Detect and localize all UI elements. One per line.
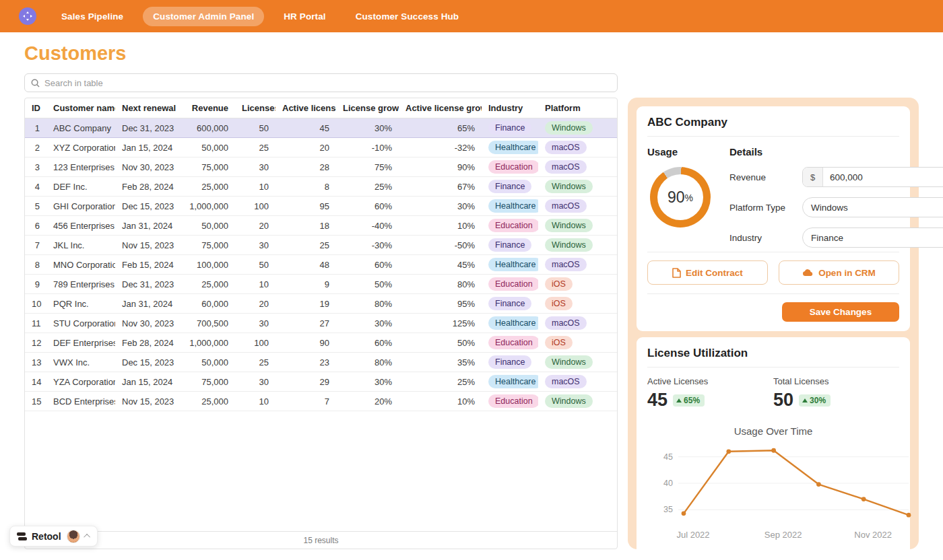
cell-renewal: Jan 15, 2024: [115, 138, 177, 158]
stat-delta-badge: 65%: [673, 394, 705, 407]
cell-platform: macOS: [538, 197, 617, 216]
platform-tag: iOS: [545, 277, 573, 291]
platform-select[interactable]: Windows ▼: [802, 197, 943, 217]
cell-license_growth: 75%: [336, 158, 399, 177]
cell-platform: Windows: [538, 353, 617, 372]
cell-name: PQR Inc.: [46, 294, 115, 314]
nav-tab-customer-success-hub[interactable]: Customer Success Hub: [346, 7, 469, 26]
cell-licenses: 30: [235, 372, 275, 392]
user-avatar[interactable]: [67, 530, 80, 543]
revenue-value-input[interactable]: [823, 168, 943, 186]
table-row[interactable]: 6456 EnterprisesJan 31, 202450,0002018-4…: [25, 216, 617, 236]
table-row[interactable]: 12DEF EnterprisesFeb 28, 20241,000,00010…: [25, 333, 617, 353]
cell-active_license_growth: 80%: [399, 275, 482, 294]
cell-name: ABC Company: [46, 118, 115, 138]
table-row[interactable]: 13VWX Inc.Dec 15, 202350,000252380%35%Fi…: [25, 353, 617, 372]
column-header-name[interactable]: Customer name: [46, 98, 115, 118]
column-header-renewal[interactable]: Next renewal: [115, 98, 177, 118]
cell-name: 123 Enterprises: [46, 158, 115, 177]
triangle-up-icon: [802, 398, 808, 403]
table-row[interactable]: 1ABC CompanyDec 31, 2023600,000504530%65…: [25, 118, 617, 138]
open-in-crm-button[interactable]: Open in CRM: [779, 260, 899, 285]
table-row[interactable]: 14YZA CorporationJan 15, 202475,00030293…: [25, 372, 617, 392]
column-header-revenue[interactable]: Revenue: [177, 98, 235, 118]
cell-platform: Windows: [538, 392, 617, 411]
cell-id: 10: [25, 294, 46, 314]
nav-tab-sales-pipeline[interactable]: Sales Pipeline: [51, 7, 133, 26]
cell-renewal: Dec 15, 2023: [115, 353, 177, 372]
cell-active_license_growth: 25%: [399, 372, 482, 392]
search-input[interactable]: [44, 78, 611, 88]
cell-active_license_growth: -50%: [399, 236, 482, 255]
company-name-heading: ABC Company: [647, 116, 899, 137]
cell-name: 456 Enterprises: [46, 216, 115, 236]
cell-licenses: 50: [235, 255, 275, 275]
column-header-active_licenses[interactable]: Active licenses: [275, 98, 336, 118]
cell-renewal: Jan 31, 2024: [115, 216, 177, 236]
industry-tag: Education: [488, 394, 538, 408]
column-header-licenses[interactable]: Licenses: [235, 98, 275, 118]
industry-select[interactable]: Finance ▼: [802, 228, 943, 248]
cell-industry: Healthcare: [482, 372, 538, 392]
top-navigation: Sales PipelineCustomer Admin PanelHR Por…: [0, 0, 943, 32]
table-header-row: IDCustomer nameNext renewalRevenueLicens…: [25, 98, 617, 118]
cell-active_licenses: 48: [275, 255, 336, 275]
chevron-up-icon[interactable]: [84, 534, 90, 540]
column-header-active_license_growth[interactable]: Active license growth: [399, 98, 482, 118]
cell-revenue: 25,000: [177, 275, 235, 294]
cell-revenue: 600,000: [177, 118, 235, 138]
platform-tag: iOS: [545, 336, 573, 349]
svg-text:Nov 2022: Nov 2022: [854, 530, 892, 540]
revenue-input[interactable]: $ ▲ ▼: [802, 167, 943, 187]
table-row[interactable]: 8MNO CorporationFeb 15, 2024100,00050486…: [25, 255, 617, 275]
table-row[interactable]: 4DEF Inc.Feb 28, 202425,00010825%67%Fina…: [25, 177, 617, 197]
column-header-platform[interactable]: Platform: [538, 98, 617, 118]
cell-license_growth: 80%: [336, 353, 399, 372]
cell-id: 5: [25, 197, 46, 216]
cell-platform: Windows: [538, 177, 617, 197]
cell-revenue: 700,500: [177, 314, 235, 333]
cell-active_licenses: 45: [275, 118, 336, 138]
table-row[interactable]: 10PQR Inc.Jan 31, 202460,000201980%95%Fi…: [25, 294, 617, 314]
table-row[interactable]: 9789 EnterprisesDec 31, 202325,00010950%…: [25, 275, 617, 294]
platform-tag: macOS: [545, 141, 587, 154]
table-row[interactable]: 11STU CorporationNov 30, 2023700,5003027…: [25, 314, 617, 333]
table-row[interactable]: 2XYZ CorporationJan 15, 202450,0002520-1…: [25, 138, 617, 158]
svg-text:45: 45: [663, 452, 673, 462]
industry-tag: Education: [488, 219, 538, 232]
table-search[interactable]: [24, 73, 618, 92]
nav-tab-customer-admin-panel[interactable]: Customer Admin Panel: [143, 7, 264, 26]
industry-tag: Education: [488, 336, 538, 349]
cell-platform: macOS: [538, 255, 617, 275]
save-changes-button[interactable]: Save Changes: [782, 302, 899, 322]
cell-active_license_growth: -32%: [399, 138, 482, 158]
cell-id: 14: [25, 372, 46, 392]
cell-platform: macOS: [538, 158, 617, 177]
table-row[interactable]: 7JKL Inc.Nov 15, 202375,0003025-30%-50%F…: [25, 236, 617, 255]
retool-badge[interactable]: Retool: [9, 526, 98, 547]
cell-id: 6: [25, 216, 46, 236]
app-switcher-icon[interactable]: [19, 7, 36, 25]
cell-revenue: 25,000: [177, 177, 235, 197]
company-card: ABC Company Usage 90% Details Reven: [637, 106, 910, 331]
cell-active_licenses: 25: [275, 236, 336, 255]
chart-title: Usage Over Time: [647, 425, 899, 437]
cell-license_growth: -30%: [336, 236, 399, 255]
cell-platform: iOS: [538, 294, 617, 314]
nav-tab-hr-portal[interactable]: HR Portal: [273, 7, 335, 26]
cell-renewal: Nov 15, 2023: [115, 236, 177, 255]
column-header-id[interactable]: ID: [25, 98, 46, 118]
edit-contract-button[interactable]: Edit Contract: [647, 260, 768, 285]
column-header-license_growth[interactable]: License growth: [336, 98, 399, 118]
column-header-industry[interactable]: Industry: [482, 98, 538, 118]
cell-license_growth: -40%: [336, 216, 399, 236]
table-row[interactable]: 15BCD EnterprisesNov 15, 202325,00010720…: [25, 392, 617, 411]
cell-revenue: 50,000: [177, 138, 235, 158]
cell-licenses: 25: [235, 138, 275, 158]
cloud-icon: [802, 269, 814, 277]
cell-license_growth: 25%: [336, 177, 399, 197]
table-row[interactable]: 3123 EnterprisesNov 30, 202375,000302875…: [25, 158, 617, 177]
table-row[interactable]: 5GHI CorporationDec 15, 20231,000,000100…: [25, 197, 617, 216]
revenue-field-label: Revenue: [729, 172, 802, 182]
cell-active_licenses: 19: [275, 294, 336, 314]
